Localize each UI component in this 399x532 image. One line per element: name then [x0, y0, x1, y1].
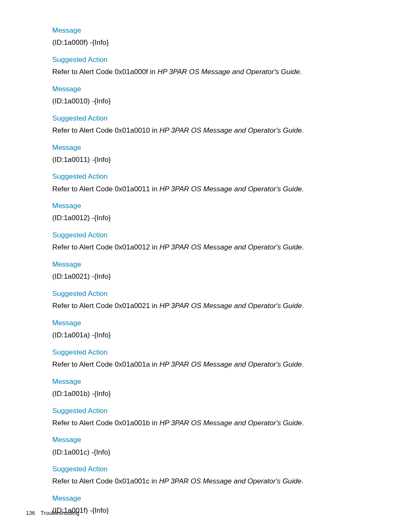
suggested-action-body: Refer to Alert Code 0x01a001b in HP 3PAR… — [52, 418, 374, 428]
message-heading: Message — [52, 319, 374, 328]
refer-prefix: Refer to Alert Code — [52, 68, 115, 76]
message-body: (ID:1a001f) -{Info} — [52, 506, 374, 516]
period: . — [302, 477, 304, 485]
page-footer: 136 Troubleshooting — [26, 510, 79, 516]
suggested-action-body: Refer to Alert Code 0x01a001a in HP 3PAR… — [52, 360, 374, 370]
suggested-action-body: Refer to Alert Code 0x01a0011 in HP 3PAR… — [52, 184, 374, 194]
suggested-action-body: Refer to Alert Code 0x01a000f in HP 3PAR… — [52, 67, 374, 77]
suggested-action-heading: Suggested Action — [52, 231, 374, 240]
suggested-action-heading: Suggested Action — [52, 289, 374, 298]
guide-title: HP 3PAR OS Message and Operator's Guide — [159, 185, 302, 193]
refer-prefix: Refer to Alert Code — [52, 419, 115, 427]
refer-mid: in — [150, 360, 159, 368]
message-body: (ID:1a001b) -{Info} — [52, 389, 374, 399]
message-body: (ID:1a0021) -{Info} — [52, 272, 374, 282]
alert-code: 0x01a0012 — [115, 243, 150, 251]
message-heading: Message — [52, 201, 374, 211]
message-body: (ID:1a0010) -{Info} — [52, 96, 374, 106]
suggested-action-heading: Suggested Action — [52, 406, 374, 416]
message-heading: Message — [52, 377, 374, 386]
period: . — [302, 126, 304, 134]
refer-mid: in — [150, 185, 159, 193]
guide-title: HP 3PAR OS Message and Operator's Guide — [159, 419, 302, 427]
suggested-action-body: Refer to Alert Code 0x01a0012 in HP 3PAR… — [52, 242, 374, 252]
message-heading: Message — [52, 494, 374, 503]
refer-prefix: Refer to Alert Code — [52, 477, 115, 485]
message-body: (ID:1a0012) -{Info} — [52, 213, 374, 223]
suggested-action-heading: Suggested Action — [52, 55, 374, 64]
suggested-action-heading: Suggested Action — [52, 172, 374, 181]
refer-prefix: Refer to Alert Code — [52, 243, 115, 251]
message-heading: Message — [52, 260, 374, 269]
suggested-action-body: Refer to Alert Code 0x01a001c in HP 3PAR… — [52, 476, 374, 486]
refer-prefix: Refer to Alert Code — [52, 302, 115, 310]
period: . — [302, 360, 304, 368]
message-body: (ID:1a001a) -{Info} — [52, 330, 374, 340]
refer-mid: in — [150, 419, 159, 427]
message-heading: Message — [52, 143, 374, 152]
message-heading: Message — [52, 85, 374, 94]
refer-prefix: Refer to Alert Code — [52, 126, 115, 134]
refer-prefix: Refer to Alert Code — [52, 360, 115, 368]
suggested-action-heading: Suggested Action — [52, 348, 374, 357]
period: . — [302, 243, 304, 251]
suggested-action-body: Refer to Alert Code 0x01a0010 in HP 3PAR… — [52, 126, 374, 136]
guide-title: HP 3PAR OS Message and Operator's Guide — [159, 360, 302, 368]
period: . — [302, 185, 304, 193]
refer-mid: in — [150, 477, 159, 485]
section-title: Troubleshooting — [41, 510, 79, 516]
message-body: (ID:1a0011) -{Info} — [52, 155, 374, 165]
refer-mid: in — [148, 68, 158, 76]
guide-title: HP 3PAR OS Message and Operator's Guide — [157, 68, 300, 76]
alert-code: 0x01a000f — [115, 68, 148, 76]
alert-code: 0x01a0021 — [115, 302, 150, 310]
alert-code: 0x01a001c — [115, 477, 149, 485]
period: . — [300, 68, 302, 76]
refer-mid: in — [150, 126, 159, 134]
suggested-action-body: Refer to Alert Code 0x01a0021 in HP 3PAR… — [52, 301, 374, 311]
refer-prefix: Refer to Alert Code — [52, 185, 115, 193]
message-heading: Message — [52, 435, 374, 445]
document-page: Message(ID:1a000f) -{Info}Suggested Acti… — [0, 0, 399, 516]
page-number: 136 — [26, 510, 35, 516]
guide-title: HP 3PAR OS Message and Operator's Guide — [159, 477, 302, 485]
alert-code: 0x01a001a — [115, 360, 150, 368]
suggested-action-heading: Suggested Action — [52, 465, 374, 474]
guide-title: HP 3PAR OS Message and Operator's Guide — [159, 126, 302, 134]
refer-mid: in — [150, 302, 159, 310]
alert-code: 0x01a001b — [115, 419, 150, 427]
message-heading: Message — [52, 26, 374, 35]
period: . — [302, 302, 304, 310]
message-body: (ID:1a001c) -{Info} — [52, 447, 374, 457]
guide-title: HP 3PAR OS Message and Operator's Guide — [159, 243, 302, 251]
suggested-action-heading: Suggested Action — [52, 114, 374, 123]
message-body: (ID:1a000f) -{Info} — [52, 38, 374, 48]
guide-title: HP 3PAR OS Message and Operator's Guide — [159, 302, 302, 310]
alert-code: 0x01a0011 — [115, 185, 150, 193]
refer-mid: in — [150, 243, 159, 251]
period: . — [302, 419, 304, 427]
alert-code: 0x01a0010 — [115, 126, 150, 134]
